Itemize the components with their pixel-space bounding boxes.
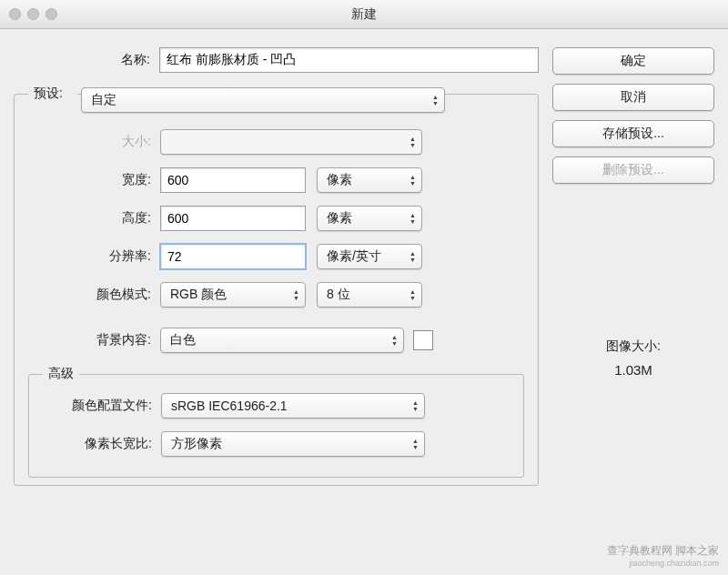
height-label: 高度:	[28, 210, 160, 227]
name-label: 名称:	[14, 52, 159, 68]
color-profile-select[interactable]: sRGB IEC61966-2.1 ▲▼	[161, 393, 425, 419]
color-mode-select[interactable]: RGB 颜色 ▲▼	[160, 282, 306, 308]
color-profile-label: 颜色配置文件:	[43, 398, 161, 414]
background-label: 背景内容:	[28, 332, 160, 348]
width-label: 宽度:	[28, 172, 160, 188]
name-input[interactable]	[159, 47, 539, 73]
save-preset-button[interactable]: 存储预设...	[552, 120, 714, 147]
resolution-input[interactable]	[160, 244, 306, 269]
cancel-button[interactable]: 取消	[552, 84, 714, 111]
aspect-select[interactable]: 方形像素 ▲▼	[161, 431, 425, 457]
color-profile-value: sRGB IEC61966-2.1	[171, 398, 288, 413]
chevron-updown-icon: ▲▼	[410, 288, 416, 301]
preset-label: 预设:	[34, 86, 63, 100]
aspect-value: 方形像素	[171, 436, 222, 452]
background-select[interactable]: 白色 ▲▼	[160, 328, 404, 353]
preset-select[interactable]: 自定 ▲▼	[81, 87, 445, 113]
color-depth-select[interactable]: 8 位 ▲▼	[317, 282, 422, 308]
size-select: ▲▼	[160, 129, 422, 155]
chevron-updown-icon: ▲▼	[432, 94, 439, 106]
color-mode-label: 颜色模式:	[28, 287, 160, 303]
chevron-updown-icon: ▲▼	[412, 399, 419, 412]
width-unit-select[interactable]: 像素 ▲▼	[317, 167, 422, 193]
chevron-updown-icon: ▲▼	[410, 212, 416, 225]
watermark: 查字典教程网 脚本之家 jiaocheng.chazidian.com	[607, 544, 719, 570]
chevron-updown-icon: ▲▼	[293, 288, 299, 301]
chevron-updown-icon: ▲▼	[410, 174, 416, 187]
resolution-unit-value: 像素/英寸	[327, 248, 381, 265]
preset-value: 自定	[91, 92, 116, 108]
background-swatch[interactable]	[413, 330, 433, 350]
ok-button[interactable]: 确定	[552, 47, 714, 75]
preset-fieldset: 预设: 自定 ▲▼ 大小: ▲▼ 宽度:	[14, 86, 539, 486]
chevron-updown-icon: ▲▼	[412, 438, 419, 450]
watermark-line2: jiaocheng.chazidian.com	[607, 557, 719, 570]
background-value: 白色	[170, 332, 196, 348]
minimize-icon[interactable]	[27, 8, 39, 20]
image-size-label: 图像大小:	[552, 338, 714, 355]
resolution-unit-select[interactable]: 像素/英寸 ▲▼	[317, 244, 422, 269]
advanced-fieldset: 高级 颜色配置文件: sRGB IEC61966-2.1 ▲▼ 像素长宽比: 方…	[28, 366, 524, 478]
height-unit-value: 像素	[327, 210, 352, 227]
chevron-updown-icon: ▲▼	[410, 250, 416, 263]
image-size-value: 1.03M	[552, 362, 714, 378]
height-unit-select[interactable]: 像素 ▲▼	[317, 206, 422, 231]
close-icon[interactable]	[9, 8, 21, 20]
height-input[interactable]	[160, 206, 306, 231]
width-unit-value: 像素	[327, 172, 352, 188]
window-title: 新建	[351, 6, 377, 23]
aspect-label: 像素长宽比:	[43, 436, 161, 452]
image-size-panel: 图像大小: 1.03M	[552, 338, 714, 378]
chevron-updown-icon: ▲▼	[410, 136, 416, 148]
resolution-label: 分辨率:	[28, 248, 160, 265]
color-mode-value: RGB 颜色	[170, 287, 227, 303]
width-input[interactable]	[160, 167, 306, 193]
title-bar: 新建	[0, 0, 728, 29]
size-label: 大小:	[28, 134, 160, 150]
chevron-updown-icon: ▲▼	[391, 334, 398, 347]
watermark-line1: 查字典教程网 脚本之家	[607, 544, 719, 557]
color-depth-value: 8 位	[327, 287, 350, 303]
window-controls	[9, 8, 57, 20]
advanced-legend: 高级	[43, 366, 79, 382]
delete-preset-button: 删除预设...	[552, 156, 714, 184]
zoom-icon[interactable]	[46, 8, 57, 20]
